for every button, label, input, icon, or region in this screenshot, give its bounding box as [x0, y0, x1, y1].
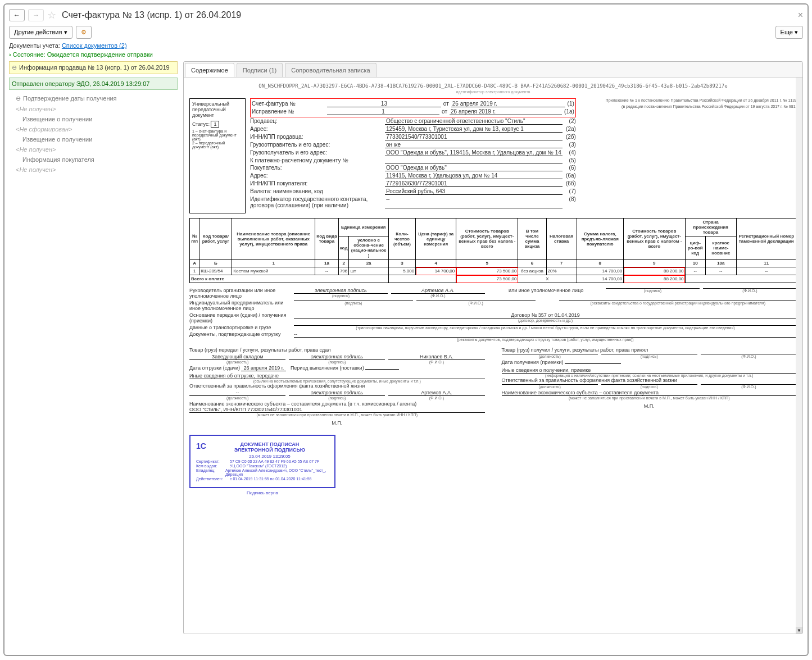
- close-button[interactable]: ×: [798, 10, 803, 20]
- signature-stamp: 1C ДОКУМЕНТ ПОДПИСАН ЭЛЕКТРОННОЙ ПОДПИСЬ…: [189, 435, 335, 488]
- page-title: Счет-фактура № 13 (испр. 1) от 26.04.201…: [62, 10, 241, 20]
- info-row: Идентификатор государственного контракта…: [250, 195, 576, 209]
- totals-row: Всего к оплате 73 500,00 Х14 700,00 88 2…: [190, 275, 797, 283]
- favorite-icon[interactable]: ☆: [47, 9, 56, 21]
- info-row: Грузополучатель и его адрес:ООО "Одежда …: [250, 149, 576, 157]
- scroll-down-icon[interactable]: ▼: [796, 627, 802, 634]
- other-actions-button[interactable]: Другие действия ▾: [9, 26, 72, 39]
- tree-node[interactable]: <Не сформирован>: [16, 124, 178, 134]
- tree-button[interactable]: ⚙: [76, 26, 92, 39]
- invoice-header-box: Счет-фактура №13от26 апреля 2019 г.(1) И…: [250, 98, 576, 117]
- tree-node[interactable]: Извещение о получении: [16, 134, 178, 144]
- back-button[interactable]: ←: [9, 9, 25, 21]
- tree-node[interactable]: ⊖Подтверждение даты получения: [16, 93, 178, 104]
- annex-text: Приложение № 1 к постановлению Правитель…: [606, 98, 797, 102]
- info-row: ИНН/КПП продавца:7733021540/773301001(2б…: [250, 133, 576, 141]
- info-row: Валюта: наименование, кодРоссийский рубл…: [250, 188, 576, 195]
- more-button[interactable]: Еще ▾: [775, 26, 803, 39]
- info-row: ИНН/КПП покупателя:7729163630/772901001(…: [250, 180, 576, 188]
- tab-signatures[interactable]: Подписи (1): [237, 63, 283, 77]
- status-line[interactable]: › Состояние: Ожидается подтверждение отп…: [9, 51, 803, 58]
- forward-button[interactable]: →: [28, 9, 44, 21]
- sidebar-sent[interactable]: Отправлен оператору ЭДО, 26.04.2019 13:2…: [9, 78, 178, 90]
- sidebar-info[interactable]: ⊖Информация продавца № 13 (испр. 1) от 2…: [9, 61, 178, 74]
- tab-content[interactable]: Содержимое: [185, 63, 234, 77]
- logo-1c: 1C: [196, 441, 206, 450]
- scrollbar[interactable]: ▼: [796, 78, 802, 634]
- tree-node[interactable]: <Не получен>: [16, 104, 178, 114]
- info-row: Адрес:119415, Москва г, Удальцова ул, до…: [250, 172, 576, 180]
- tree-node[interactable]: <Не получен>: [16, 165, 178, 175]
- table-row: 1КШ-289/54 Костюм мужской-- 796шт 5,0001…: [190, 267, 797, 275]
- info-row: К платежно-расчетному документу №(5): [250, 157, 576, 164]
- info-row: Покупатель:ООО "Одежда и обувь"(6): [250, 164, 576, 172]
- tab-note[interactable]: Сопроводительная записка: [285, 63, 376, 77]
- items-table: № п/пКод товара/ работ, услуг Наименован…: [189, 218, 797, 283]
- docs-label: Документы учета:: [9, 42, 60, 49]
- doc-filename-sub: идентификатор электронного документа: [189, 90, 797, 94]
- doc-type-box: Универсальный передаточный документ Стат…: [189, 98, 246, 213]
- info-row: Адрес:125459, Москва г, Туристская ул, д…: [250, 125, 576, 133]
- tree-node[interactable]: Информация покупателя: [16, 154, 178, 165]
- info-row: Продавец:Общество с ограниченной ответст…: [250, 117, 576, 125]
- info-row: Грузоотправитель и его адрес:он же(3): [250, 141, 576, 149]
- tree-node[interactable]: <Не получен>: [16, 144, 178, 154]
- docs-link[interactable]: Список документов (2): [62, 42, 127, 49]
- tree-node[interactable]: Извещение о получении: [16, 114, 178, 124]
- doc-filename: ON_NSCHFDOPPR_2AL-A7303297-E6CA-4BD6-A73…: [189, 83, 797, 89]
